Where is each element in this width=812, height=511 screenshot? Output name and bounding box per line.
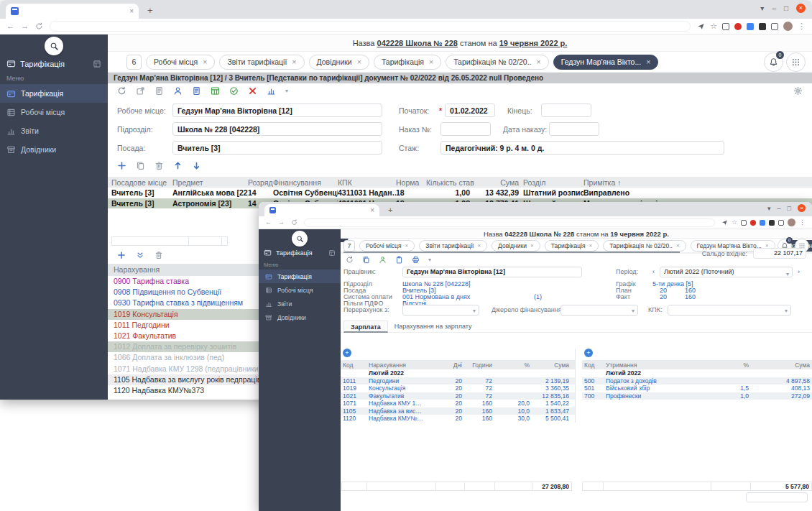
sidebar-item-tariff[interactable]: Тарифікація xyxy=(259,270,341,283)
tab-close-icon[interactable]: × xyxy=(292,57,296,66)
pay-table-row[interactable]: 1071Надбавка КМУ 1…2016020,01 540,22 xyxy=(341,400,575,408)
approve-icon[interactable] xyxy=(229,86,239,96)
address-bar[interactable] xyxy=(304,218,715,227)
org-date[interactable]: 19 червня 2022 р. xyxy=(499,39,568,47)
extension-pin-icon[interactable] xyxy=(759,23,766,30)
settings-gear-icon[interactable] xyxy=(793,86,803,96)
side-panel-icon[interactable] xyxy=(771,23,778,30)
refresh-icon[interactable] xyxy=(117,86,126,96)
profile-avatar[interactable] xyxy=(783,22,793,31)
accrual-list-item[interactable]: 1066 Доплата за інклюзив (пед) xyxy=(108,352,262,363)
tab-close-icon[interactable]: × xyxy=(203,57,207,66)
accrual-list-item[interactable]: 0908 Підвищення по Субвенції xyxy=(108,287,262,298)
funding-source-select[interactable]: ▾ xyxy=(560,305,638,316)
accrual-list-item[interactable]: 0930 Тарифна ставка з підвищенням xyxy=(108,298,262,308)
copy-row-icon[interactable] xyxy=(136,161,145,170)
tab-close-icon[interactable]: × xyxy=(429,57,433,66)
sidebar-item-list[interactable]: Робочі місця xyxy=(0,103,108,121)
move-up-icon[interactable] xyxy=(173,161,183,170)
translate-icon[interactable] xyxy=(760,220,765,226)
add-accrual-button[interactable]: + xyxy=(343,349,351,357)
bookmark-star-icon[interactable]: ☆ xyxy=(710,22,717,30)
accrual-list-item[interactable]: 1105 Надбавка за вислугу років педпраців… xyxy=(108,374,262,385)
print-icon[interactable] xyxy=(412,256,420,264)
pay-table-row[interactable]: 1021Факультатив207212 835,16 xyxy=(341,392,575,400)
unit-input[interactable]: Школа № 228 [042228] xyxy=(172,122,382,136)
sidebar-item-chart[interactable]: Звіти xyxy=(0,121,108,140)
clipboard-icon[interactable] xyxy=(395,256,403,264)
reload-icon[interactable] xyxy=(35,22,43,30)
tab-close-icon[interactable]: × xyxy=(676,242,680,249)
adblock-icon[interactable] xyxy=(734,23,742,30)
address-bar[interactable] xyxy=(50,21,691,32)
extension-pin-icon[interactable] xyxy=(769,220,775,226)
table-icon[interactable] xyxy=(211,86,220,96)
sidebar-item-chart[interactable]: Звіти xyxy=(259,297,341,310)
chart-icon[interactable] xyxy=(267,86,276,96)
sidebar-item-list[interactable]: Робочі місця xyxy=(259,283,341,297)
copy-icon[interactable] xyxy=(362,256,370,264)
back-icon[interactable]: ← xyxy=(265,218,272,226)
employee-icon[interactable] xyxy=(379,256,387,264)
adblock-icon[interactable] xyxy=(750,220,756,226)
browser-menu-icon[interactable]: ⋮ xyxy=(798,22,806,30)
bookmark-star-icon[interactable]: ☆ xyxy=(732,218,737,226)
tab-close-icon[interactable]: × xyxy=(537,57,541,66)
app-tab[interactable]: Робочі місця× xyxy=(359,240,415,252)
document-icon[interactable] xyxy=(154,86,164,96)
sidebar-item-archive[interactable]: Довідники xyxy=(0,140,108,159)
period-select[interactable]: Лютий 2022 (Поточний)▾ xyxy=(660,267,793,277)
app-tab[interactable]: Тарифікація № 02/20..× xyxy=(446,55,549,70)
position-input[interactable]: Вчитель [3] xyxy=(172,141,382,155)
tab-close-icon[interactable]: × xyxy=(129,8,134,15)
start-date-input[interactable]: 01.02.2022 xyxy=(445,103,495,117)
app-tab[interactable]: Довідники× xyxy=(309,55,369,70)
accrual-list-item[interactable]: 1011 Педгодини xyxy=(108,320,262,331)
new-tab-button[interactable]: + xyxy=(147,5,153,16)
order-date-input[interactable] xyxy=(549,122,599,136)
window-restore-icon[interactable]: ▾ xyxy=(760,4,764,12)
subtab-active[interactable]: Зарплата xyxy=(343,321,388,333)
tab-group-icon[interactable] xyxy=(741,220,747,226)
employee-icon[interactable] xyxy=(173,86,183,96)
app-tab[interactable]: Довідники× xyxy=(492,240,540,252)
app-tab[interactable]: Тарифікація× xyxy=(374,55,441,70)
subtab-item[interactable]: Нарахування на зарплату xyxy=(388,321,479,333)
kpk-select[interactable]: ▾ xyxy=(668,305,791,316)
sidebar-item-tariff[interactable]: Тарифікація xyxy=(0,84,108,103)
refresh-icon[interactable] xyxy=(346,256,354,264)
tab-close-icon[interactable]: × xyxy=(357,57,361,66)
pay-table-row[interactable]: 1105Надбавка за вис…2016010,01 833,47 xyxy=(341,408,575,415)
app-tab[interactable]: Тарифікація № 02/20..× xyxy=(603,240,686,252)
send-icon[interactable] xyxy=(721,219,728,226)
app-tab[interactable]: Тарифікація× xyxy=(545,240,599,252)
period-prev-icon[interactable]: ‹ xyxy=(652,268,655,275)
delete-accrual-icon[interactable] xyxy=(154,251,163,259)
chart-dropdown-caret[interactable]: ▾ xyxy=(285,88,288,94)
window-close-icon[interactable]: × xyxy=(796,4,806,13)
move-down-icon[interactable] xyxy=(192,161,201,170)
sidebar-search-button[interactable] xyxy=(292,231,308,247)
pay-table-row[interactable]: 1019Консультація20723 360,35 xyxy=(341,385,575,392)
accrual-list-item[interactable]: 1120 Надбавка КМУ№373 xyxy=(108,385,262,396)
table-row[interactable]: Вчитель [3]Англійська мова [22]14Освітня… xyxy=(108,188,812,198)
order-input[interactable] xyxy=(440,122,491,136)
pay-table-row[interactable]: 500Податок з доходів4 897,58 xyxy=(582,377,812,385)
tab-close-icon[interactable]: × xyxy=(589,242,593,249)
period-next-icon[interactable]: › xyxy=(798,268,800,275)
profile-avatar[interactable] xyxy=(788,218,795,226)
tab-group-icon[interactable] xyxy=(722,23,729,30)
tab-close-icon[interactable]: × xyxy=(405,242,409,249)
recalc-select[interactable]: ▾ xyxy=(402,305,479,316)
tab-close-icon[interactable]: × xyxy=(530,242,534,249)
org-date[interactable]: 19 червня 2022 р. xyxy=(610,230,669,238)
accrual-list-item[interactable]: 1071 Надбавка КМУ 1298 (педпрацівники) xyxy=(108,364,262,374)
pay-table-row[interactable]: 700Профвнески1,0272,09 xyxy=(582,392,812,400)
browser-tab[interactable]: × xyxy=(6,4,139,19)
browser-menu-icon[interactable]: ⋮ xyxy=(799,218,806,226)
app-tab[interactable]: Гедзун Мар'яна Вікто...× xyxy=(553,55,659,70)
tab-close-icon[interactable]: × xyxy=(646,57,650,66)
add-deduction-button[interactable]: + xyxy=(584,349,593,357)
window-minimize-icon[interactable]: – xyxy=(778,205,781,212)
sidebar-item-archive[interactable]: Довідники xyxy=(259,310,341,324)
